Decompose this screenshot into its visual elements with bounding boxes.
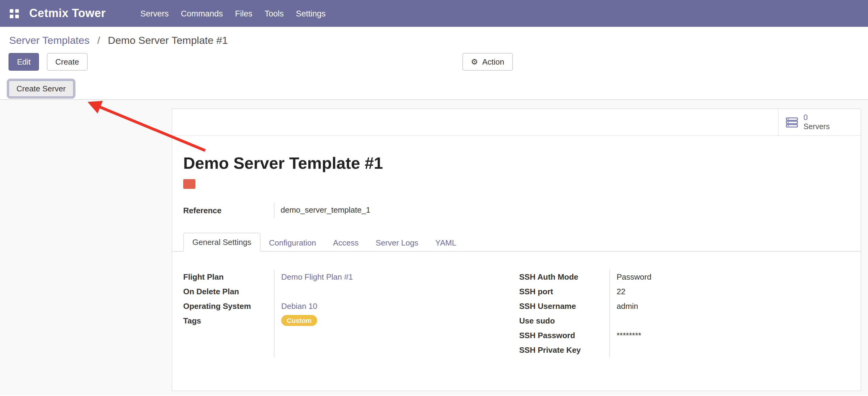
- field-group-right: SSH Auth Mode SSH port SSH Username Use …: [519, 270, 850, 358]
- statusbar: Create Server: [0, 78, 868, 100]
- field-labels-right: SSH Auth Mode SSH port SSH Username Use …: [519, 270, 609, 358]
- top-navbar: Cetmix Tower Servers Commands Files Tool…: [0, 0, 868, 27]
- apps-menu-icon-square: [10, 9, 13, 12]
- nav-item-tools[interactable]: Tools: [258, 5, 290, 22]
- servers-count-label: Servers: [804, 122, 830, 131]
- field-value-ssh-auth-mode: Password: [617, 270, 850, 284]
- field-value-on-delete-plan: [281, 284, 512, 299]
- tab-server-logs[interactable]: Server Logs: [367, 234, 427, 252]
- field-value-ssh-password: ********: [617, 329, 850, 343]
- field-group-left: Flight Plan On Delete Plan Operating Sys…: [183, 270, 512, 358]
- field-value-flight-plan-link[interactable]: Demo Flight Plan #1: [281, 272, 353, 281]
- breadcrumb-current: Demo Server Template #1: [108, 35, 228, 46]
- reference-field-row: Reference demo_server_template_1: [183, 202, 850, 218]
- field-label-ssh-auth-mode: SSH Auth Mode: [519, 270, 609, 284]
- nav-item-commands[interactable]: Commands: [175, 5, 229, 22]
- field-label-ssh-private-key: SSH Private Key: [519, 343, 609, 358]
- field-values-right: Password 22 admin ********: [609, 270, 850, 358]
- field-value-operating-system-link[interactable]: Debian 10: [281, 302, 317, 311]
- servers-count: 0: [804, 113, 830, 122]
- servers-smart-button-text: 0 Servers: [804, 113, 830, 131]
- field-value-ssh-private-key: [617, 343, 850, 358]
- reference-label: Reference: [183, 206, 274, 215]
- tab-yaml[interactable]: YAML: [427, 234, 465, 252]
- sheet-top-strip: 0 Servers: [172, 109, 861, 136]
- tab-configuration[interactable]: Configuration: [260, 234, 325, 252]
- nav-item-servers[interactable]: Servers: [134, 5, 175, 22]
- reference-value: demo_server_template_1: [274, 202, 850, 218]
- create-button[interactable]: Create: [47, 53, 88, 71]
- field-label-ssh-username: SSH Username: [519, 299, 609, 314]
- field-label-tags: Tags: [183, 314, 274, 329]
- gear-icon: ⚙: [471, 57, 478, 66]
- create-server-button[interactable]: Create Server: [8, 80, 74, 97]
- action-button-wrap: ⚙ Action: [462, 53, 513, 71]
- tab-access[interactable]: Access: [324, 234, 367, 252]
- tag-badge-custom: Custom: [281, 315, 317, 326]
- nav-item-files[interactable]: Files: [229, 5, 258, 22]
- field-label-ssh-port: SSH port: [519, 284, 609, 299]
- field-label-ssh-password: SSH Password: [519, 329, 609, 343]
- servers-smart-button[interactable]: 0 Servers: [778, 109, 861, 135]
- control-panel-buttons: Edit Create ⚙ Action: [8, 53, 868, 71]
- tab-general-settings[interactable]: General Settings: [183, 233, 260, 252]
- action-button[interactable]: ⚙ Action: [462, 53, 513, 71]
- field-value-ssh-username: admin: [617, 299, 850, 314]
- action-button-label: Action: [483, 57, 504, 66]
- field-values-left: Demo Flight Plan #1 Debian 10 Custom: [274, 270, 512, 358]
- apps-menu-icon-square: [15, 9, 19, 12]
- breadcrumb-separator: /: [97, 35, 100, 46]
- brand-title[interactable]: Cetmix Tower: [29, 7, 105, 20]
- apps-menu-icon[interactable]: [10, 9, 19, 18]
- record-title: Demo Server Template #1: [183, 154, 850, 173]
- field-value-use-sudo: [617, 314, 850, 329]
- apps-menu-icon-square: [10, 14, 13, 18]
- edit-button[interactable]: Edit: [8, 53, 39, 71]
- field-label-operating-system: Operating System: [183, 299, 274, 314]
- breadcrumb-parent-link[interactable]: Server Templates: [9, 35, 90, 46]
- field-grid: Flight Plan On Delete Plan Operating Sys…: [183, 270, 850, 358]
- servers-icon: [786, 116, 798, 128]
- breadcrumb: Server Templates / Demo Server Template …: [0, 27, 868, 47]
- nav-item-settings[interactable]: Settings: [290, 5, 332, 22]
- field-value-ssh-port: 22: [617, 284, 850, 299]
- field-label-use-sudo: Use sudo: [519, 314, 609, 329]
- apps-menu-icon-square: [15, 14, 19, 18]
- notebook-tabs: General Settings Configuration Access Se…: [172, 231, 861, 252]
- app-window: Cetmix Tower Servers Commands Files Tool…: [0, 0, 868, 396]
- control-panel: Server Templates / Demo Server Template …: [0, 27, 868, 100]
- field-label-on-delete-plan: On Delete Plan: [183, 284, 274, 299]
- form-view: 0 Servers Demo Server Template #1 Refere…: [0, 100, 868, 395]
- field-label-flight-plan: Flight Plan: [183, 270, 274, 284]
- main-menu: Servers Commands Files Tools Settings: [134, 5, 332, 22]
- template-color-swatch: [183, 179, 195, 189]
- form-sheet: 0 Servers Demo Server Template #1 Refere…: [172, 108, 861, 391]
- field-labels-left: Flight Plan On Delete Plan Operating Sys…: [183, 270, 274, 358]
